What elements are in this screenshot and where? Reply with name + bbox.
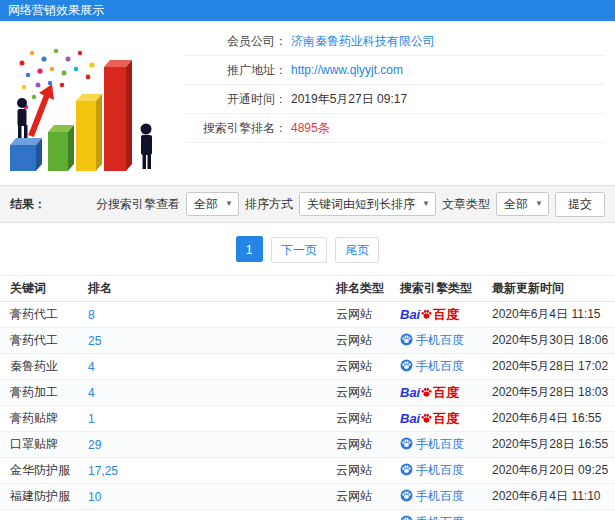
baidu-logo: Bai百度 bbox=[400, 411, 459, 426]
table-row: 金华防护服17,25云网站手机百度2020年6月20日 09:25 bbox=[0, 458, 615, 484]
time-cell: 2020年5月28日 17:02 bbox=[482, 354, 615, 380]
sort-select[interactable]: 关键词由短到长排序 ▼ bbox=[299, 192, 436, 216]
engine-cell: 手机百度 bbox=[390, 328, 482, 354]
engine-cell: 手机百度 bbox=[390, 510, 482, 520]
red-up-arrow bbox=[31, 84, 54, 136]
rank-link[interactable]: 8 bbox=[88, 308, 95, 322]
rank-link[interactable]: 10 bbox=[88, 490, 101, 504]
keyword-cell: 膏药加工 bbox=[0, 380, 78, 406]
keyword-cell: 金华防护服 bbox=[0, 458, 78, 484]
keyword-cell: 福建防护服 bbox=[0, 484, 78, 510]
rank-type-cell: 云网站 bbox=[326, 302, 390, 328]
keyword-cell: 口罩贴牌 bbox=[0, 432, 78, 458]
blue-cube bbox=[10, 138, 42, 171]
results-label: 结果： bbox=[10, 196, 46, 213]
growth-chart-illustration bbox=[4, 29, 169, 179]
rank-cell: 4 bbox=[78, 354, 326, 380]
rank-link[interactable]: 4 bbox=[88, 386, 95, 400]
time-cell: 2020年6月4日 16:55 bbox=[482, 406, 615, 432]
engine-cell: 手机百度 bbox=[390, 484, 482, 510]
header-update-time: 最新更新时间 bbox=[482, 276, 615, 302]
info-label: 开通时间： bbox=[183, 91, 287, 108]
info-label: 搜索引擎排名： bbox=[183, 120, 287, 137]
member-info-rows: 会员公司：济南秦鲁药业科技有限公司推广地址：http://www.qlyyjt.… bbox=[183, 21, 615, 143]
member-info-section: 会员公司：济南秦鲁药业科技有限公司推广地址：http://www.qlyyjt.… bbox=[0, 21, 615, 185]
mobile-baidu-logo: 手机百度 bbox=[400, 489, 464, 503]
time-cell bbox=[482, 510, 615, 520]
mobile-baidu-icon bbox=[400, 359, 413, 372]
rank-cell bbox=[78, 510, 326, 520]
pagination-last-button[interactable]: 尾页 bbox=[335, 237, 379, 263]
keyword-cell bbox=[0, 510, 78, 520]
info-row: 开通时间：2019年5月27日 09:17 bbox=[183, 85, 605, 114]
rank-cell: 1 bbox=[78, 406, 326, 432]
keyword-rank-table: 关键词 排名 排名类型 搜索引擎类型 最新更新时间 膏药代工8云网站Bai百度2… bbox=[0, 275, 615, 520]
sort-label: 排序方式 bbox=[245, 196, 293, 213]
baidu-paw-icon bbox=[421, 413, 432, 424]
submit-button[interactable]: 提交 bbox=[555, 192, 605, 217]
table-row: 手机百度 bbox=[0, 510, 615, 520]
baidu-logo: Bai百度 bbox=[400, 307, 459, 322]
mobile-baidu-icon bbox=[400, 489, 413, 502]
info-row: 搜索引擎排名：4895条 bbox=[183, 114, 605, 143]
mobile-baidu-icon bbox=[400, 515, 413, 520]
chevron-down-icon: ▼ bbox=[535, 193, 543, 215]
rank-type-cell bbox=[326, 510, 390, 520]
rank-link[interactable]: 29 bbox=[88, 438, 101, 452]
info-label: 推广地址： bbox=[183, 62, 287, 79]
table-row: 口罩贴牌29云网站手机百度2020年5月28日 16:55 bbox=[0, 432, 615, 458]
mobile-baidu-logo: 手机百度 bbox=[400, 359, 464, 373]
rank-cell: 25 bbox=[78, 328, 326, 354]
engine-filter-select[interactable]: 全部 ▼ bbox=[186, 192, 239, 216]
rank-type-cell: 云网站 bbox=[326, 484, 390, 510]
engine-filter-label: 分搜索引擎查看 bbox=[96, 196, 180, 213]
mobile-baidu-logo: 手机百度 bbox=[400, 463, 464, 477]
person-left bbox=[17, 98, 28, 138]
mobile-baidu-icon bbox=[400, 333, 413, 346]
bar-green bbox=[48, 125, 74, 171]
chevron-down-icon: ▼ bbox=[422, 193, 430, 215]
filter-controls: 分搜索引擎查看 全部 ▼ 排序方式 关键词由短到长排序 ▼ 文章类型 全部 ▼ … bbox=[96, 192, 605, 217]
info-link[interactable]: 济南秦鲁药业科技有限公司 bbox=[291, 33, 435, 50]
header-rank-type: 排名类型 bbox=[326, 276, 390, 302]
keyword-cell: 膏药代工 bbox=[0, 302, 78, 328]
header-keyword: 关键词 bbox=[0, 276, 78, 302]
rank-link[interactable]: 4 bbox=[88, 360, 95, 374]
info-row: 推广地址：http://www.qlyyjt.com bbox=[183, 56, 605, 85]
time-cell: 2020年6月4日 11:15 bbox=[482, 302, 615, 328]
header-engine-type: 搜索引擎类型 bbox=[390, 276, 482, 302]
article-type-select[interactable]: 全部 ▼ bbox=[496, 192, 549, 216]
rank-type-cell: 云网站 bbox=[326, 458, 390, 484]
rank-cell: 10 bbox=[78, 484, 326, 510]
mobile-baidu-logo: 手机百度 bbox=[400, 515, 464, 520]
baidu-paw-icon bbox=[421, 309, 432, 320]
pagination-next-button[interactable]: 下一页 bbox=[271, 237, 327, 263]
table-row: 秦鲁药业4云网站手机百度2020年5月28日 17:02 bbox=[0, 354, 615, 380]
engine-filter-value: 全部 bbox=[194, 197, 218, 211]
table-header-row: 关键词 排名 排名类型 搜索引擎类型 最新更新时间 bbox=[0, 276, 615, 302]
engine-cell: 手机百度 bbox=[390, 458, 482, 484]
info-link[interactable]: http://www.qlyyjt.com bbox=[291, 63, 403, 77]
rank-link[interactable]: 17,25 bbox=[88, 464, 118, 478]
time-cell: 2020年6月4日 11:10 bbox=[482, 484, 615, 510]
pagination-current-page[interactable]: 1 bbox=[236, 236, 263, 262]
rank-cell: 8 bbox=[78, 302, 326, 328]
keyword-cell: 秦鲁药业 bbox=[0, 354, 78, 380]
engine-cell: Bai百度 bbox=[390, 302, 482, 328]
rank-link[interactable]: 25 bbox=[88, 334, 101, 348]
time-cell: 2020年6月20日 09:25 bbox=[482, 458, 615, 484]
keyword-cell: 膏药贴牌 bbox=[0, 406, 78, 432]
rank-link[interactable]: 1 bbox=[88, 412, 95, 426]
time-cell: 2020年5月30日 18:06 bbox=[482, 328, 615, 354]
article-type-label: 文章类型 bbox=[442, 196, 490, 213]
engine-cell: Bai百度 bbox=[390, 406, 482, 432]
table-row: 膏药代工25云网站手机百度2020年5月30日 18:06 bbox=[0, 328, 615, 354]
table-row: 福建防护服10云网站手机百度2020年6月4日 11:10 bbox=[0, 484, 615, 510]
bar-red bbox=[104, 60, 132, 171]
rank-type-cell: 云网站 bbox=[326, 380, 390, 406]
info-label: 会员公司： bbox=[183, 33, 287, 50]
time-cell: 2020年5月28日 18:03 bbox=[482, 380, 615, 406]
sort-value: 关键词由短到长排序 bbox=[307, 197, 415, 211]
filter-bar: 结果： 分搜索引擎查看 全部 ▼ 排序方式 关键词由短到长排序 ▼ 文章类型 全… bbox=[0, 185, 615, 223]
rank-type-cell: 云网站 bbox=[326, 354, 390, 380]
